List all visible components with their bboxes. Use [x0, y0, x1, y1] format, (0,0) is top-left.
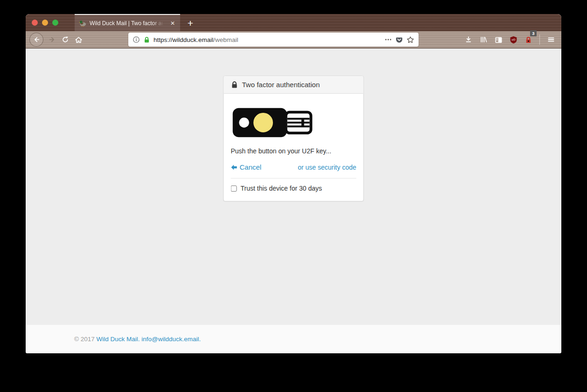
https-lock-icon[interactable] — [143, 36, 150, 43]
extension-badge: 3 — [530, 30, 537, 36]
brand-link[interactable]: Wild Duck Mail. — [97, 336, 140, 343]
tab-wild-duck-mail[interactable]: Wild Duck Mail | Two factor auth ✕ — [75, 14, 180, 31]
back-button[interactable] — [29, 33, 43, 47]
back-arrow-icon — [33, 36, 40, 43]
pocket-icon[interactable] — [395, 36, 403, 44]
two-factor-panel: Two factor authentication Push the butto… — [224, 76, 364, 201]
url-host: https://wildduck.email — [154, 36, 213, 43]
reload-icon — [62, 36, 69, 43]
page-actions-icon[interactable] — [384, 36, 392, 43]
page-footer: © 2017 Wild Duck Mail. info@wildduck.ema… — [26, 325, 561, 353]
page-content: Two factor authentication Push the butto… — [26, 48, 561, 353]
push-key-message: Push the button on your U2F key... — [231, 147, 356, 155]
reload-button[interactable] — [59, 33, 72, 46]
traffic-lights — [32, 20, 58, 26]
links-row: Cancel or use security code — [231, 163, 356, 171]
cancel-label: Cancel — [240, 163, 262, 171]
tab-close-icon[interactable]: ✕ — [169, 20, 176, 27]
browser-window: Wild Duck Mail | Two factor auth ✕ + — [26, 14, 561, 353]
main-area: Two factor authentication Push the butto… — [26, 48, 561, 325]
new-tab-button[interactable]: + — [182, 14, 198, 31]
trust-device-checkbox[interactable] — [231, 186, 237, 192]
navigation-toolbar: https://wildduck.email/webmail — [26, 31, 561, 48]
toolbar-right-icons: uO 3 — [462, 33, 558, 46]
forward-arrow-icon — [49, 36, 56, 43]
trust-device-label: Trust this device for 30 days — [241, 185, 322, 192]
minimize-window-button[interactable] — [42, 20, 48, 26]
panel-title: Two factor authentication — [242, 81, 320, 89]
close-window-button[interactable] — [32, 20, 38, 26]
ublock-text: uO — [511, 38, 515, 41]
download-icon — [465, 36, 472, 43]
ublock-origin-button[interactable]: uO — [507, 33, 520, 46]
panel-heading: Two factor authentication — [224, 76, 363, 94]
library-icon — [480, 36, 487, 43]
url-bar[interactable]: https://wildduck.email/webmail — [128, 33, 419, 47]
use-security-code-link[interactable]: or use security code — [298, 164, 356, 171]
red-lock-icon — [524, 36, 532, 44]
password-extension-button[interactable]: 3 — [522, 33, 535, 46]
titlebar: Wild Duck Mail | Two factor auth ✕ + — [26, 14, 561, 31]
url-path: /webmail — [213, 36, 238, 43]
email-link[interactable]: info@wildduck.email. — [141, 336, 201, 343]
forward-button[interactable] — [46, 33, 59, 46]
downloads-button[interactable] — [462, 33, 475, 46]
library-button[interactable] — [477, 33, 490, 46]
u2f-key-image — [232, 104, 314, 141]
hamburger-menu-icon — [547, 36, 555, 43]
trust-device-row[interactable]: Trust this device for 30 days — [231, 185, 356, 194]
divider — [231, 178, 356, 179]
duck-favicon — [79, 20, 86, 27]
home-icon — [75, 36, 83, 44]
footer-text: © 2017 Wild Duck Mail. info@wildduck.ema… — [74, 336, 513, 343]
menu-button[interactable] — [545, 33, 558, 46]
copyright-text: © 2017 — [74, 336, 95, 343]
left-arrow-icon — [231, 164, 238, 171]
page-info-icon[interactable] — [133, 36, 140, 43]
bookmark-star-icon[interactable] — [406, 36, 414, 44]
sidebar-icon — [495, 36, 503, 44]
home-button[interactable] — [72, 33, 85, 46]
url-text: https://wildduck.email/webmail — [154, 36, 381, 43]
panel-body: Push the button on your U2F key... Cance… — [224, 94, 363, 201]
lock-icon — [231, 81, 238, 89]
ublock-shield-icon: uO — [510, 36, 517, 44]
sidebar-toggle-button[interactable] — [492, 33, 505, 46]
zoom-window-button[interactable] — [52, 20, 58, 26]
toolbar-separator — [539, 34, 540, 45]
tab-title: Wild Duck Mail | Two factor auth — [90, 20, 166, 27]
cancel-link[interactable]: Cancel — [231, 163, 262, 171]
